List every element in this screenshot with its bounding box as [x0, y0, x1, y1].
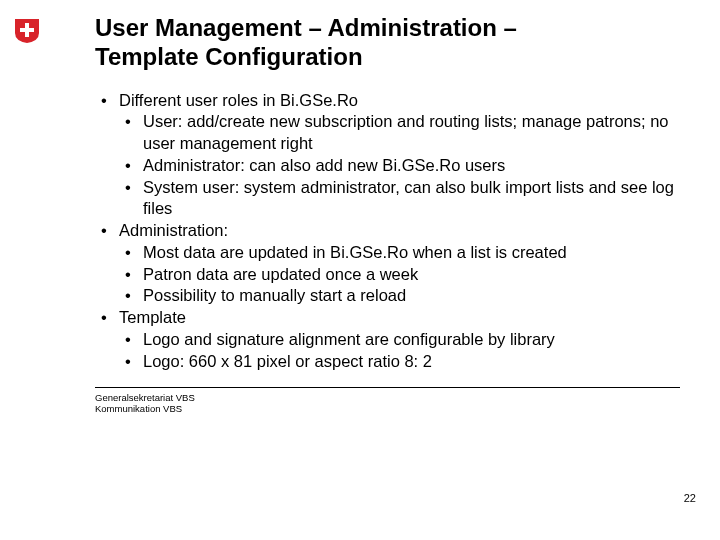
bullet-text: Possibility to manually start a reload: [143, 286, 406, 304]
svg-rect-1: [20, 28, 34, 32]
bullet-text: Administrator: can also add new Bi.GSe.R…: [143, 156, 505, 174]
page-number: 22: [684, 492, 696, 504]
list-item: Administration: Most data are updated in…: [95, 220, 680, 307]
title-line-1: User Management – Administration –: [95, 14, 517, 41]
footer-line: Generalsekretariat VBS: [95, 392, 680, 404]
footer-divider: [95, 387, 680, 388]
page-title: User Management – Administration – Templ…: [95, 14, 680, 72]
bullet-text: Administration:: [119, 221, 228, 239]
list-item: Possibility to manually start a reload: [119, 285, 680, 307]
bullet-text: System user: system administrator, can a…: [143, 178, 674, 218]
swiss-shield-icon: [14, 18, 40, 44]
list-item: Most data are updated in Bi.GSe.Ro when …: [119, 242, 680, 264]
bullet-text: Different user roles in Bi.GSe.Ro: [119, 91, 358, 109]
title-line-2: Template Configuration: [95, 43, 363, 70]
bullet-list: Different user roles in Bi.GSe.Ro User: …: [95, 90, 680, 373]
bullet-text: Patron data are updated once a week: [143, 265, 418, 283]
list-item: Different user roles in Bi.GSe.Ro User: …: [95, 90, 680, 221]
list-item: Patron data are updated once a week: [119, 264, 680, 286]
list-item: Logo: 660 x 81 pixel or aspect ratio 8: …: [119, 351, 680, 373]
list-item: Administrator: can also add new Bi.GSe.R…: [119, 155, 680, 177]
list-item: User: add/create new subscription and ro…: [119, 111, 680, 155]
slide-content: User Management – Administration – Templ…: [95, 14, 680, 415]
bullet-text: Logo and signature alignment are configu…: [143, 330, 555, 348]
list-item: Template Logo and signature alignment ar…: [95, 307, 680, 372]
bullet-text: Template: [119, 308, 186, 326]
footer: Generalsekretariat VBS Kommunikation VBS: [95, 392, 680, 416]
footer-line: Kommunikation VBS: [95, 403, 680, 415]
list-item: System user: system administrator, can a…: [119, 177, 680, 221]
bullet-text: User: add/create new subscription and ro…: [143, 112, 669, 152]
bullet-text: Logo: 660 x 81 pixel or aspect ratio 8: …: [143, 352, 432, 370]
bullet-text: Most data are updated in Bi.GSe.Ro when …: [143, 243, 567, 261]
list-item: Logo and signature alignment are configu…: [119, 329, 680, 351]
